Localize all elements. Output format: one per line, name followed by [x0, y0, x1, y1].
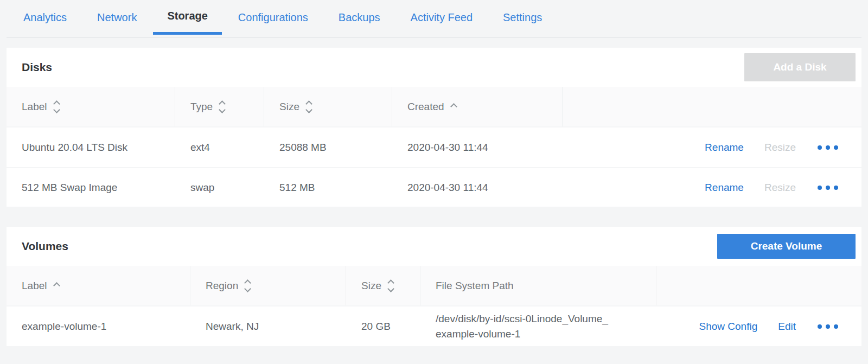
column-label-text: Created: [407, 101, 444, 113]
tab-bar: Analytics Network Storage Configurations…: [7, 0, 861, 38]
disks-column-created[interactable]: Created: [392, 87, 563, 126]
disk-type-cell: swap: [175, 182, 264, 194]
volume-label-cell: example-volume-1: [7, 321, 190, 333]
disks-column-label[interactable]: Label: [7, 87, 175, 126]
volumes-column-path: File System Path: [420, 266, 656, 305]
more-actions-icon[interactable]: [818, 186, 838, 190]
disk-row: Ubuntu 20.04 LTS Disk ext4 25088 MB 2020…: [7, 127, 861, 167]
volumes-section-header: Volumes Create Volume: [7, 227, 861, 266]
show-config-link[interactable]: Show Config: [699, 321, 758, 333]
column-label-text: Size: [361, 280, 381, 292]
volumes-title: Volumes: [22, 240, 68, 253]
disks-column-type[interactable]: Type: [175, 87, 264, 126]
chevron-up-icon: [54, 283, 59, 288]
disk-label-cell: Ubuntu 20.04 LTS Disk: [7, 142, 175, 154]
sort-chevrons-icon: [245, 280, 250, 291]
disks-column-size[interactable]: Size: [264, 87, 392, 126]
add-disk-button[interactable]: Add a Disk: [744, 53, 856, 81]
more-actions-icon[interactable]: [818, 324, 838, 329]
volume-actions-cell: Show Config Edit: [656, 321, 861, 333]
disk-actions-cell: Rename Resize: [563, 142, 861, 154]
volumes-column-label[interactable]: Label: [7, 266, 190, 305]
column-label-text: Type: [190, 101, 213, 113]
tab-activity-feed[interactable]: Activity Feed: [397, 0, 487, 35]
sort-chevrons-icon: [307, 101, 311, 112]
sort-chevrons-icon: [220, 101, 225, 112]
volumes-section: Volumes Create Volume Label Region Size …: [7, 227, 861, 346]
volume-row: example-volume-1 Newark, NJ 20 GB /dev/d…: [7, 306, 861, 346]
disk-actions-cell: Rename Resize: [563, 182, 861, 194]
more-actions-icon[interactable]: [818, 145, 838, 150]
disk-type-cell: ext4: [175, 142, 264, 154]
volume-path-cell: /dev/disk/by-id/scsi-0Linode_Volume_exam…: [420, 311, 656, 341]
tab-storage[interactable]: Storage: [153, 0, 221, 35]
disk-created-cell: 2020-04-30 11:44: [392, 182, 563, 194]
disks-column-actions: [563, 87, 861, 126]
disks-table-header: Label Type Size Created: [7, 87, 861, 127]
volume-size-cell: 20 GB: [346, 321, 420, 333]
disks-section: Disks Add a Disk Label Type Size Created: [7, 48, 861, 207]
create-volume-button[interactable]: Create Volume: [717, 234, 856, 259]
volumes-column-region[interactable]: Region: [190, 266, 346, 305]
storage-panel: Disks Add a Disk Label Type Size Created: [7, 48, 861, 346]
disk-size-cell: 25088 MB: [264, 142, 392, 154]
disks-title: Disks: [22, 61, 52, 74]
chevron-up-icon: [451, 104, 456, 109]
column-label-text: Label: [22, 280, 47, 292]
resize-link[interactable]: Resize: [764, 182, 796, 194]
tab-settings[interactable]: Settings: [489, 0, 556, 35]
disk-size-cell: 512 MB: [264, 182, 392, 194]
tab-configurations[interactable]: Configurations: [224, 0, 322, 35]
sort-chevrons-icon: [388, 280, 393, 291]
column-label-text: Size: [279, 101, 299, 113]
volumes-column-actions: [656, 266, 861, 305]
tab-analytics[interactable]: Analytics: [9, 0, 81, 35]
resize-link[interactable]: Resize: [764, 142, 796, 154]
tab-network[interactable]: Network: [83, 0, 151, 35]
rename-link[interactable]: Rename: [705, 142, 744, 154]
volumes-column-size[interactable]: Size: [346, 266, 420, 305]
column-label-text: Label: [22, 101, 47, 113]
rename-link[interactable]: Rename: [705, 182, 744, 194]
volume-region-cell: Newark, NJ: [190, 321, 346, 333]
disk-created-cell: 2020-04-30 11:44: [392, 142, 563, 154]
disk-row: 512 MB Swap Image swap 512 MB 2020-04-30…: [7, 167, 861, 207]
column-label-text: File System Path: [436, 280, 514, 292]
tab-backups[interactable]: Backups: [324, 0, 394, 35]
sort-chevrons-icon: [54, 101, 59, 112]
disk-label-cell: 512 MB Swap Image: [7, 182, 175, 194]
edit-link[interactable]: Edit: [778, 321, 796, 333]
disks-section-header: Disks Add a Disk: [7, 48, 861, 87]
volumes-table-header: Label Region Size File System Path: [7, 266, 861, 306]
column-label-text: Region: [206, 280, 238, 292]
